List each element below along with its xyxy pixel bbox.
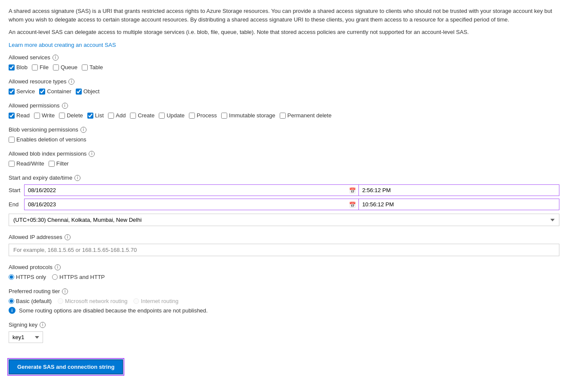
perm-add-label: Add: [116, 112, 126, 119]
proto-both-item[interactable]: HTTPS and HTTP: [52, 274, 105, 280]
allowed-services-checkboxes: Blob File Queue Table: [9, 64, 559, 70]
end-date-input[interactable]: [25, 199, 358, 210]
routing-info-text: Some routing options are disabled becaus…: [19, 307, 208, 314]
perm-list-checkbox[interactable]: [87, 113, 93, 119]
start-time-input[interactable]: [359, 185, 559, 196]
perm-create-checkbox[interactable]: [130, 113, 136, 119]
bv-deletion-checkbox[interactable]: [9, 137, 15, 143]
allowed-resource-types-checkboxes: Service Container Object: [9, 88, 559, 95]
blob-index-info-icon[interactable]: i: [89, 151, 95, 157]
allowed-services-label: Allowed services i: [9, 54, 559, 61]
rt-container-checkbox[interactable]: [39, 89, 45, 95]
routing-tier-label: Preferred routing tier i: [9, 288, 559, 294]
blob-versioning-info-icon[interactable]: i: [80, 127, 86, 133]
allowed-services-info-icon[interactable]: i: [52, 55, 59, 61]
start-calendar-icon[interactable]: 📅: [349, 187, 356, 193]
perm-list-label: List: [95, 112, 104, 119]
perm-process-item[interactable]: Process: [189, 112, 217, 119]
perm-immutable-item[interactable]: Immutable storage: [221, 112, 275, 119]
bv-deletion-label: Enables deletion of versions: [16, 136, 86, 143]
perm-add-item[interactable]: Add: [108, 112, 126, 119]
blob-versioning-label: Blob versioning permissions i: [9, 126, 559, 133]
allowed-ip-label: Allowed IP addresses i: [9, 234, 559, 240]
bi-filter-checkbox[interactable]: [49, 161, 55, 167]
rt-service-item[interactable]: Service: [9, 88, 35, 95]
perm-immutable-label: Immutable storage: [229, 112, 275, 119]
proto-https-radio[interactable]: [9, 274, 14, 280]
end-calendar-icon[interactable]: 📅: [349, 201, 356, 208]
service-table-checkbox[interactable]: [82, 64, 88, 70]
service-file-checkbox[interactable]: [32, 64, 38, 70]
perm-process-checkbox[interactable]: [189, 113, 195, 119]
service-blob-item[interactable]: Blob: [9, 64, 28, 70]
generate-sas-button[interactable]: Generate SAS and connection string: [9, 359, 123, 374]
blob-index-label: Allowed blob index permissions i: [9, 150, 559, 157]
proto-both-radio[interactable]: [52, 274, 58, 280]
rt-object-item[interactable]: Object: [76, 88, 100, 95]
perm-permanent-item[interactable]: Permanent delete: [280, 112, 332, 119]
start-time-wrap: [359, 184, 559, 196]
perm-create-item[interactable]: Create: [130, 112, 154, 119]
start-date-input[interactable]: [25, 185, 358, 196]
routing-tier-section: Preferred routing tier i Basic (default)…: [9, 288, 559, 314]
end-time-input[interactable]: [359, 199, 559, 210]
perm-permanent-checkbox[interactable]: [280, 113, 286, 119]
rt-object-checkbox[interactable]: [76, 89, 82, 95]
learn-more-link[interactable]: Learn more about creating an account SAS: [9, 42, 116, 48]
routing-tier-info-icon[interactable]: i: [62, 288, 68, 294]
route-basic-item[interactable]: Basic (default): [9, 298, 52, 304]
end-datetime-row: End 📅: [9, 199, 559, 210]
service-blob-checkbox[interactable]: [9, 64, 15, 70]
bi-readwrite-item[interactable]: Read/Write: [9, 160, 44, 167]
perm-update-checkbox[interactable]: [159, 113, 165, 119]
service-blob-label: Blob: [16, 64, 28, 70]
blob-index-section: Allowed blob index permissions i Read/Wr…: [9, 150, 559, 167]
route-microsoft-item: Microsoft network routing: [58, 298, 127, 304]
perm-read-item[interactable]: Read: [9, 112, 30, 119]
allowed-protocols-info-icon[interactable]: i: [55, 264, 61, 270]
perm-add-checkbox[interactable]: [108, 113, 114, 119]
allowed-permissions-info-icon[interactable]: i: [62, 103, 68, 109]
perm-write-checkbox[interactable]: [34, 113, 40, 119]
proto-https-item[interactable]: HTTPS only: [9, 274, 46, 280]
perm-immutable-checkbox[interactable]: [221, 113, 227, 119]
route-internet-item: Internet routing: [133, 298, 178, 304]
route-internet-label: Internet routing: [141, 298, 178, 304]
signing-key-dropdown[interactable]: key1 key2: [9, 331, 43, 343]
bi-readwrite-checkbox[interactable]: [9, 161, 15, 167]
perm-create-label: Create: [138, 112, 154, 119]
blob-index-checkboxes: Read/Write Filter: [9, 160, 559, 167]
datetime-info-icon[interactable]: i: [74, 175, 80, 181]
timezone-select[interactable]: (UTC+05:30) Chennai, Kolkata, Mumbai, Ne…: [9, 214, 559, 226]
perm-write-item[interactable]: Write: [34, 112, 55, 119]
end-date-wrap: 📅: [24, 199, 359, 210]
allowed-ip-input[interactable]: [9, 244, 559, 256]
bi-filter-item[interactable]: Filter: [49, 160, 69, 167]
proto-both-label: HTTPS and HTTP: [59, 274, 105, 280]
signing-key-info-icon[interactable]: i: [40, 322, 46, 328]
allowed-ip-info-icon[interactable]: i: [65, 234, 71, 240]
perm-update-item[interactable]: Update: [159, 112, 185, 119]
perm-list-item[interactable]: List: [87, 112, 104, 119]
perm-delete-checkbox[interactable]: [59, 113, 65, 119]
bi-readwrite-label: Read/Write: [16, 160, 44, 167]
perm-delete-item[interactable]: Delete: [59, 112, 83, 119]
start-label: Start: [9, 187, 24, 193]
rt-service-checkbox[interactable]: [9, 89, 15, 95]
end-label: End: [9, 201, 24, 208]
service-queue-checkbox[interactable]: [53, 64, 59, 70]
perm-read-checkbox[interactable]: [9, 113, 15, 119]
route-basic-radio[interactable]: [9, 298, 14, 304]
routing-info-circle-icon: i: [9, 307, 15, 314]
service-table-item[interactable]: Table: [82, 64, 103, 70]
service-file-item[interactable]: File: [32, 64, 49, 70]
service-file-label: File: [40, 64, 49, 70]
service-queue-item[interactable]: Queue: [53, 64, 77, 70]
routing-radio-row: Basic (default) Microsoft network routin…: [9, 298, 559, 304]
page-container: A shared access signature (SAS) is a URI…: [9, 7, 559, 374]
allowed-resource-types-info-icon[interactable]: i: [68, 79, 74, 85]
rt-container-item[interactable]: Container: [39, 88, 71, 95]
blob-versioning-checkboxes: Enables deletion of versions: [9, 136, 559, 143]
routing-info-banner: i Some routing options are disabled beca…: [9, 307, 559, 314]
bv-deletion-item[interactable]: Enables deletion of versions: [9, 136, 86, 143]
